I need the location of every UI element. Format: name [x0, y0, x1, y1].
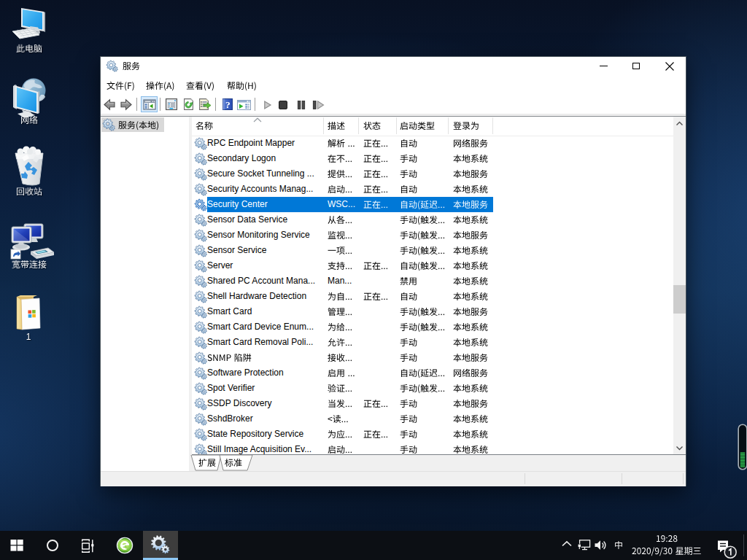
svg-text:?: ?: [225, 99, 231, 110]
